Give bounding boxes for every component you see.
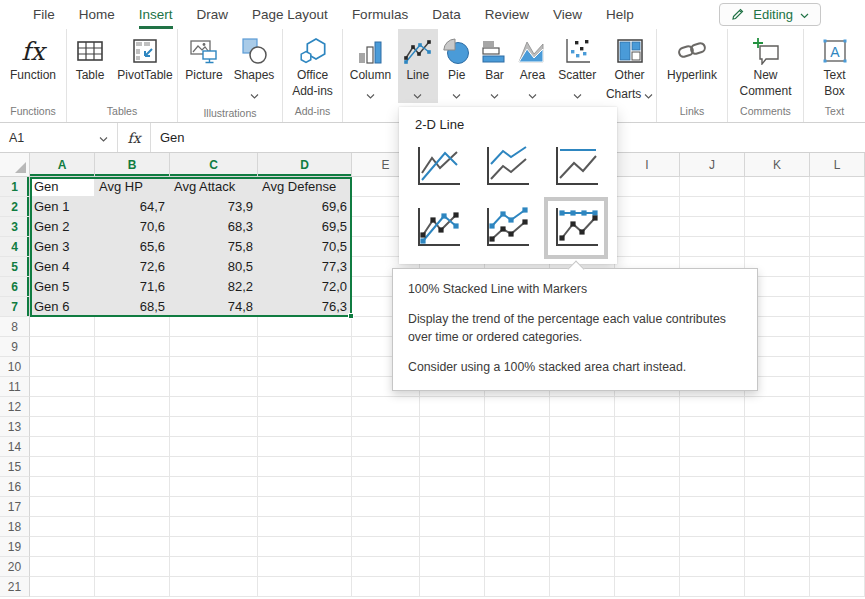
cell-B17[interactable]	[95, 497, 170, 517]
row-header-13[interactable]: 13	[0, 417, 30, 437]
row-header-1[interactable]: 1	[0, 177, 30, 197]
cell-D13[interactable]	[258, 417, 352, 437]
cell-C8[interactable]	[170, 317, 258, 337]
cell-H17[interactable]	[550, 497, 615, 517]
cell-H13[interactable]	[550, 417, 615, 437]
cell-B10[interactable]	[95, 357, 170, 377]
area-chart-button[interactable]: Area	[513, 29, 551, 103]
cell-D18[interactable]	[258, 517, 352, 537]
cell-E15[interactable]	[352, 457, 420, 477]
cell-L1[interactable]	[810, 177, 865, 197]
cell-J21[interactable]	[680, 577, 745, 597]
cell-D8[interactable]	[258, 317, 352, 337]
row-header-10[interactable]: 10	[0, 357, 30, 377]
cell-J14[interactable]	[680, 437, 745, 457]
100-stacked-line-icon[interactable]	[552, 144, 600, 190]
cell-E14[interactable]	[352, 437, 420, 457]
column-header-K[interactable]: K	[745, 153, 810, 177]
tab-home[interactable]: Home	[79, 0, 115, 29]
row-header-4[interactable]: 4	[0, 237, 30, 257]
cell-D10[interactable]	[258, 357, 352, 377]
cell-I14[interactable]	[615, 437, 680, 457]
cell-A11[interactable]	[30, 377, 95, 397]
cell-K19[interactable]	[745, 537, 810, 557]
shapes-button[interactable]: Shapes	[228, 29, 280, 103]
picture-button[interactable]: Picture	[180, 29, 228, 103]
row-header-7[interactable]: 7	[0, 297, 30, 317]
row-header-5[interactable]: 5	[0, 257, 30, 277]
cell-C18[interactable]	[170, 517, 258, 537]
cell-I4[interactable]	[615, 237, 680, 257]
cell-J12[interactable]	[680, 397, 745, 417]
row-header-8[interactable]: 8	[0, 317, 30, 337]
cell-L10[interactable]	[810, 357, 865, 377]
cell-B19[interactable]	[95, 537, 170, 557]
cell-A3[interactable]: Gen 2	[30, 217, 95, 237]
cell-D1[interactable]: Avg Defense	[258, 177, 352, 197]
cell-F21[interactable]	[420, 577, 485, 597]
cell-B1[interactable]: Avg HP	[95, 177, 170, 197]
cell-H18[interactable]	[550, 517, 615, 537]
cell-L2[interactable]	[810, 197, 865, 217]
pie-chart-button[interactable]: Pie	[438, 29, 476, 103]
cell-K2[interactable]	[745, 197, 810, 217]
cell-L13[interactable]	[810, 417, 865, 437]
text-box-button[interactable]: A Text Box	[810, 29, 860, 100]
cell-D17[interactable]	[258, 497, 352, 517]
cell-J20[interactable]	[680, 557, 745, 577]
column-header-J[interactable]: J	[680, 153, 745, 177]
cell-B11[interactable]	[95, 377, 170, 397]
cell-H12[interactable]	[550, 397, 615, 417]
row-header-17[interactable]: 17	[0, 497, 30, 517]
cell-D20[interactable]	[258, 557, 352, 577]
cell-I20[interactable]	[615, 557, 680, 577]
tab-help[interactable]: Help	[606, 0, 634, 29]
cell-G17[interactable]	[485, 497, 550, 517]
column-header-L[interactable]: L	[810, 153, 865, 177]
office-addins-button[interactable]: Office Add-ins	[284, 29, 342, 100]
hyperlink-button[interactable]: Hyperlink	[658, 29, 726, 100]
cell-C16[interactable]	[170, 477, 258, 497]
cell-I15[interactable]	[615, 457, 680, 477]
cell-A18[interactable]	[30, 517, 95, 537]
cell-E18[interactable]	[352, 517, 420, 537]
row-header-16[interactable]: 16	[0, 477, 30, 497]
cell-C12[interactable]	[170, 397, 258, 417]
cell-D5[interactable]: 77,3	[258, 257, 352, 277]
chevron-down-icon[interactable]	[99, 131, 108, 145]
cell-C17[interactable]	[170, 497, 258, 517]
tab-review[interactable]: Review	[485, 0, 529, 29]
tab-insert[interactable]: Insert	[139, 0, 173, 29]
cell-I17[interactable]	[615, 497, 680, 517]
cell-A20[interactable]	[30, 557, 95, 577]
cell-D6[interactable]: 72,0	[258, 277, 352, 297]
cell-A13[interactable]	[30, 417, 95, 437]
cell-A21[interactable]	[30, 577, 95, 597]
cell-C10[interactable]	[170, 357, 258, 377]
cell-L8[interactable]	[810, 317, 865, 337]
cell-F19[interactable]	[420, 537, 485, 557]
cell-J17[interactable]	[680, 497, 745, 517]
cell-J4[interactable]	[680, 237, 745, 257]
cell-D15[interactable]	[258, 457, 352, 477]
cell-L17[interactable]	[810, 497, 865, 517]
cell-D11[interactable]	[258, 377, 352, 397]
row-header-11[interactable]: 11	[0, 377, 30, 397]
cell-K12[interactable]	[745, 397, 810, 417]
cell-A2[interactable]: Gen 1	[30, 197, 95, 217]
cell-A7[interactable]: Gen 6	[30, 297, 95, 317]
cell-L18[interactable]	[810, 517, 865, 537]
cell-G21[interactable]	[485, 577, 550, 597]
cell-G19[interactable]	[485, 537, 550, 557]
cell-J15[interactable]	[680, 457, 745, 477]
cell-J1[interactable]	[680, 177, 745, 197]
cell-J13[interactable]	[680, 417, 745, 437]
cell-D14[interactable]	[258, 437, 352, 457]
cell-C3[interactable]: 68,3	[170, 217, 258, 237]
cell-B15[interactable]	[95, 457, 170, 477]
row-header-15[interactable]: 15	[0, 457, 30, 477]
cell-B3[interactable]: 70,6	[95, 217, 170, 237]
cell-C6[interactable]: 82,2	[170, 277, 258, 297]
other-charts-button[interactable]: Other Charts	[603, 29, 656, 103]
tab-data[interactable]: Data	[432, 0, 461, 29]
